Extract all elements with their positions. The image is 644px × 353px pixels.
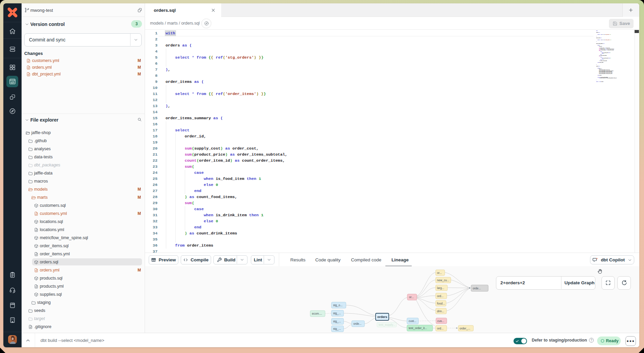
svg-text:cus...: cus... (437, 319, 444, 323)
svg-text:test_supply...: test_supply... (379, 323, 395, 326)
svg-text:orde...: orde... (353, 322, 361, 325)
svg-text:food...: food... (437, 302, 445, 305)
svg-text:orde...: orde... (473, 287, 481, 290)
svg-text:ord...: ord... (437, 294, 443, 298)
svg-text:ord...: ord... (437, 327, 443, 330)
svg-text:cust...: cust... (409, 319, 416, 323)
svg-text:order_...: order_... (460, 327, 470, 330)
svg-text:new_cu...: new_cu... (437, 279, 449, 282)
svg-text:or...: or... (409, 295, 414, 299)
svg-text:stg_o...: stg_o... (333, 303, 343, 307)
svg-text:stg_...: stg_... (333, 312, 341, 315)
svg-text:stg_...: stg_... (333, 320, 341, 323)
svg-text:orders: orders (377, 315, 387, 319)
svg-text:stg_...: stg_... (333, 327, 341, 330)
svg-text:drin...: drin... (437, 310, 444, 313)
svg-text:ecom....: ecom.... (312, 312, 322, 315)
svg-text:or...: or... (437, 271, 442, 275)
svg-text:test_order_it...: test_order_it... (409, 326, 427, 330)
svg-text:larg...: larg... (437, 286, 444, 290)
